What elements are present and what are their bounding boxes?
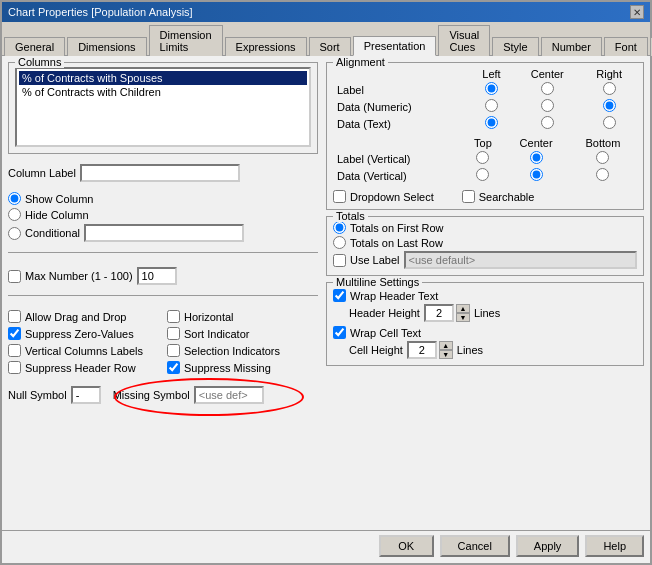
align-left-header: Left (470, 67, 514, 81)
header-height-input[interactable] (424, 304, 454, 322)
header-height-up[interactable]: ▲ (456, 304, 470, 313)
allow-drag-drop-checkbox[interactable] (8, 310, 21, 323)
cancel-button[interactable]: Cancel (440, 535, 510, 557)
wrap-cell-row: Wrap Cell Text (333, 326, 637, 339)
max-number-row: Max Number (1 - 100) (8, 267, 318, 285)
totals-last-radio[interactable] (333, 236, 346, 249)
label-left-radio[interactable] (485, 82, 498, 95)
close-button[interactable]: ✕ (630, 5, 644, 19)
hide-column-label: Hide Column (25, 209, 89, 221)
text-center-radio[interactable] (541, 116, 554, 129)
conditional-radio[interactable] (8, 227, 21, 240)
wrap-header-checkbox[interactable] (333, 289, 346, 302)
columns-group: Columns % of Contracts with Spouses % of… (8, 62, 318, 154)
allow-drag-drop-label: Allow Drag and Drop (25, 311, 127, 323)
sort-indicator-row: Sort Indicator (167, 327, 318, 340)
tab-expressions[interactable]: Expressions (225, 37, 307, 56)
horizontal-checkbox[interactable] (167, 310, 180, 323)
text-right-radio[interactable] (603, 116, 616, 129)
list-item[interactable]: % of Contracts with Children (19, 85, 307, 99)
columns-group-title: Columns (15, 56, 64, 68)
num-center-radio[interactable] (541, 99, 554, 112)
tab-number[interactable]: Number (541, 37, 602, 56)
tab-general[interactable]: General (4, 37, 65, 56)
num-right-radio[interactable] (603, 99, 616, 112)
data-top-radio[interactable] (476, 168, 489, 181)
searchable-checkbox[interactable] (462, 190, 475, 203)
data-bottom-radio[interactable] (596, 168, 609, 181)
suppress-zero-checkbox[interactable] (8, 327, 21, 340)
data-text-label: Data (Text) (333, 115, 470, 132)
wrap-cell-checkbox[interactable] (333, 326, 346, 339)
missing-symbol-input[interactable] (194, 386, 264, 404)
align-right-header: Right (581, 67, 637, 81)
table-row: Data (Numeric) (333, 98, 637, 115)
data-vcenter-radio[interactable] (530, 168, 543, 181)
tab-style[interactable]: Style (492, 37, 538, 56)
dropdown-select-checkbox[interactable] (333, 190, 346, 203)
use-label-checkbox[interactable] (333, 254, 346, 267)
tab-sort[interactable]: Sort (309, 37, 351, 56)
show-column-radio[interactable] (8, 192, 21, 205)
cell-height-down[interactable]: ▼ (439, 350, 453, 359)
suppress-missing-checkbox[interactable] (167, 361, 180, 374)
suppress-header-row: Suppress Header Row (8, 361, 159, 374)
column-label-input[interactable] (80, 164, 240, 182)
suppress-header-checkbox[interactable] (8, 361, 21, 374)
main-content: Columns % of Contracts with Spouses % of… (2, 56, 650, 530)
max-number-input[interactable] (137, 267, 177, 285)
tab-visual-cues[interactable]: Visual Cues (438, 25, 490, 56)
cell-height-input[interactable] (407, 341, 437, 359)
table-row: Label (Vertical) (333, 150, 637, 167)
selection-indicators-checkbox[interactable] (167, 344, 180, 357)
use-label-input[interactable] (404, 251, 637, 269)
button-row: OK Cancel Apply Help (2, 530, 650, 563)
header-height-row: Header Height ▲ ▼ Lines (349, 304, 637, 322)
alignment-table: Left Center Right Label D (333, 67, 637, 132)
missing-symbol-label: Missing Symbol (113, 389, 190, 401)
allow-drag-drop-row: Allow Drag and Drop (8, 310, 159, 323)
totals-first-radio[interactable] (333, 221, 346, 234)
wrap-cell-label: Wrap Cell Text (350, 327, 421, 339)
dropdown-select-row: Dropdown Select (333, 190, 434, 203)
table-row: Data (Vertical) (333, 167, 637, 184)
align-center-header: Center (513, 67, 581, 81)
tab-presentation[interactable]: Presentation (353, 36, 437, 56)
ok-button[interactable]: OK (379, 535, 434, 557)
list-item[interactable]: % of Contracts with Spouses (19, 71, 307, 85)
num-left-radio[interactable] (485, 99, 498, 112)
vertical-col-labels-checkbox[interactable] (8, 344, 21, 357)
column-label-row: Column Label (8, 164, 318, 182)
help-button[interactable]: Help (585, 535, 644, 557)
null-symbol-label: Null Symbol (8, 389, 67, 401)
hide-column-radio[interactable] (8, 208, 21, 221)
label-center-radio[interactable] (541, 82, 554, 95)
multiline-title: Multiline Settings (333, 276, 422, 288)
cell-height-row: Cell Height ▲ ▼ Lines (349, 341, 637, 359)
column-label-text: Column Label (8, 167, 76, 179)
sort-indicator-checkbox[interactable] (167, 327, 180, 340)
header-height-down[interactable]: ▼ (456, 313, 470, 322)
totals-last-row: Totals on Last Row (333, 236, 637, 249)
sort-indicator-label: Sort Indicator (184, 328, 249, 340)
label-right-radio[interactable] (603, 82, 616, 95)
null-symbol-input[interactable] (71, 386, 101, 404)
extra-row: Dropdown Select Searchable (333, 188, 637, 203)
show-column-label: Show Column (25, 193, 93, 205)
cell-height-up[interactable]: ▲ (439, 341, 453, 350)
columns-listbox[interactable]: % of Contracts with Spouses % of Contrac… (15, 67, 311, 147)
wrap-header-row: Wrap Header Text (333, 289, 637, 302)
totals-first-label: Totals on First Row (350, 222, 444, 234)
label-bottom-radio[interactable] (596, 151, 609, 164)
tab-font[interactable]: Font (604, 37, 648, 56)
label-vcenter-radio[interactable] (530, 151, 543, 164)
apply-button[interactable]: Apply (516, 535, 580, 557)
text-left-radio[interactable] (485, 116, 498, 129)
conditional-box (84, 224, 244, 242)
tab-dimensions[interactable]: Dimensions (67, 37, 146, 56)
dropdown-select-label: Dropdown Select (350, 191, 434, 203)
searchable-row: Searchable (462, 190, 535, 203)
tab-dimension-limits[interactable]: Dimension Limits (149, 25, 223, 56)
max-number-checkbox[interactable] (8, 270, 21, 283)
label-top-radio[interactable] (476, 151, 489, 164)
